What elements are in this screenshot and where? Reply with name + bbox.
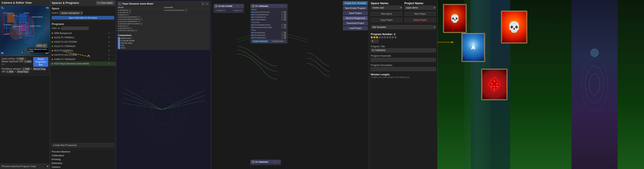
connection-checkbox-model-view[interactable] (118, 37, 120, 39)
camera-section[interactable]: Camera (50, 165, 116, 169)
load-project-btn[interactable]: Load Project (343, 26, 368, 30)
field-btn[interactable]: ✎ (127, 14, 129, 16)
program-edit-btn[interactable]: ✎ (108, 62, 110, 65)
node-copy-btn[interactable]: ⧉ (274, 161, 276, 163)
program-menu-btn[interactable]: ⋯ (111, 36, 114, 39)
field-btn[interactable]: ✎ (138, 20, 140, 23)
connection-model-view[interactable]: Model-View ⧉ (118, 37, 209, 39)
program-node-p2-ice-storm[interactable]: 2 P2 ICE STORM ⧉ ✕ Collapse All Expand A… (214, 4, 244, 13)
printing-section[interactable]: Printing (50, 158, 116, 161)
program-menu-btn[interactable]: ⋯ (111, 62, 114, 65)
field-btn[interactable]: ✎ (130, 27, 132, 30)
list-item[interactable]: #858 Background ✎ ⋯ (50, 31, 116, 35)
program-edit-btn[interactable]: ✎ (108, 49, 110, 52)
field-btn[interactable]: ✎ (129, 9, 131, 12)
field-menu-btn[interactable]: ▣ (284, 14, 286, 16)
connection-controller-model[interactable]: Controller-Model (118, 40, 209, 42)
edit-templates-dropdown[interactable]: Edit Templates (371, 25, 436, 29)
field-btn[interactable]: ✎ (129, 12, 131, 14)
connection-link[interactable]: Link (118, 44, 209, 46)
field-edit-btn[interactable]: ✎ (281, 34, 284, 36)
connection-checkbox-derived-value[interactable] (118, 42, 120, 44)
node-close-btn[interactable]: ✕ (284, 5, 286, 7)
new-empty-program-btn[interactable]: New Empty Program (343, 6, 368, 10)
create-new-program-btn[interactable]: Create New Program(s) (52, 143, 114, 147)
field-edit-btn[interactable]: ✎ (281, 18, 284, 21)
save-project-btn[interactable]: Save Project (343, 11, 368, 15)
program-menu-btn[interactable]: ⋯ (111, 40, 114, 44)
connection-checkbox-link[interactable] (118, 44, 120, 46)
field-menu-btn[interactable]: ▣ (284, 24, 286, 26)
program-node-p2-tornado[interactable]: 6 P2 TORNADO ⧉ ✕ (250, 160, 281, 165)
program-edit-btn[interactable]: ✎ (108, 54, 110, 56)
new-project-btn[interactable]: New Project (404, 12, 436, 16)
filter-input[interactable] (61, 27, 89, 30)
collapse-all-btn[interactable]: Collapse All (215, 9, 226, 12)
list-item[interactable]: #1015 P1 FIREBALL ✎ ⋯ (50, 35, 116, 40)
close-sidebar-btn[interactable]: ≡ ≡ Close Sidebar (96, 1, 114, 5)
list-item[interactable]: #1079 P2 ICE STORM ✎ ⋯ (50, 53, 116, 57)
field-edit-btn[interactable]: ✎ (281, 32, 284, 34)
program-title-input[interactable] (371, 48, 436, 52)
program-menu-btn[interactable]: ⋯ (111, 32, 114, 35)
download-project-btn[interactable]: Download Project (343, 21, 368, 25)
new-space-btn[interactable]: New Space (371, 12, 402, 16)
program-keywords-input[interactable] (371, 58, 436, 62)
field-btn[interactable]: ✎ (138, 16, 140, 18)
preview-bar[interactable]: Preview Selected Program Code ▾ (0, 164, 50, 169)
close-camera-btn[interactable]: ✕ (20, 51, 24, 54)
node-copy-btn[interactable]: ⧉ (280, 5, 283, 7)
copy-project-btn[interactable]: Copy Project (371, 18, 402, 22)
connection-array[interactable]: Array (118, 47, 209, 49)
program-canvas[interactable] (116, 50, 211, 169)
field-btn[interactable]: ✎ (140, 23, 143, 25)
program-description-input[interactable] (371, 67, 436, 71)
field-menu-btn[interactable]: ▣ (284, 34, 286, 36)
program-edit-btn[interactable]: ✎ (108, 36, 110, 39)
reset-projection-btn[interactable]: Reset Projection Box (33, 57, 48, 67)
preview-markers-section[interactable]: Preview Markers (50, 150, 116, 154)
expand-camera-btn[interactable]: ⛶ (26, 51, 30, 54)
field-edit-btn[interactable]: ✎ (281, 36, 284, 39)
field-btn[interactable]: ✎ (126, 25, 129, 27)
field-edit-btn[interactable]: ✎ (281, 24, 284, 26)
list-item[interactable]: #1015 P1 ICE STORM ✎ ⋯ (50, 40, 116, 44)
field-menu-btn[interactable]: ▣ (284, 32, 286, 34)
edit-badge-btn[interactable]: ✎ (43, 44, 46, 47)
field-edit-btn[interactable]: ✎ (281, 16, 284, 18)
delete-project-btn[interactable]: Delete Project (404, 18, 436, 22)
field-menu-btn[interactable]: ▣ (284, 16, 286, 18)
program-close-btn[interactable]: ✕ (205, 2, 209, 5)
connection-derived-value[interactable]: Derived Value (118, 42, 209, 44)
calibration-section[interactable]: Calibration (50, 154, 116, 158)
program-edit-btn[interactable]: ✎ (108, 32, 110, 35)
expand-all-btn[interactable]: Expand All (232, 9, 243, 12)
create-component-btn[interactable]: Create Component (252, 40, 268, 43)
detection-section[interactable]: Detection (50, 161, 116, 165)
field-menu-btn[interactable]: ▣ (284, 36, 286, 39)
create-from-template-btn[interactable]: Create from Template (343, 1, 368, 5)
list-item[interactable]: #1893 P2 TORNADO ✎ ⋯ (50, 57, 116, 62)
program-menu-btn[interactable]: ⋯ (111, 58, 114, 61)
program-number-input[interactable] (371, 39, 378, 43)
project-name-dropdown[interactable]: paper-eleme (404, 6, 436, 10)
field-edit-btn[interactable]: ✎ (281, 14, 284, 16)
node-close-btn[interactable]: ✕ (277, 161, 280, 163)
field-edit-btn[interactable]: ✎ (281, 26, 284, 28)
space-dropdown[interactable]: creator-card-games (59, 11, 83, 15)
node-copy-btn[interactable]: ⧉ (237, 5, 239, 7)
field-btn[interactable]: ✎ (185, 9, 187, 12)
program-edit-btn[interactable]: ✎ (108, 45, 110, 48)
list-item[interactable]: #572 P2 FIREBALL ✎ ⋯ (50, 48, 116, 53)
program-edit-btn[interactable]: ✎ (108, 40, 110, 44)
program-copy-btn[interactable]: ⧉ (201, 2, 204, 6)
send-to-playground-btn[interactable]: Send to Playground (343, 16, 368, 20)
connection-checkbox-array[interactable] (118, 47, 120, 49)
field-menu-btn[interactable]: ▣ (284, 11, 286, 13)
field-menu-btn[interactable]: ▣ (284, 18, 286, 21)
open-code-editor-btn[interactable]: Open Code Editor for this Space (52, 16, 114, 20)
node-close-btn[interactable]: ✕ (240, 5, 243, 7)
program-node-p1-tornado[interactable]: 3 P1 TORNADO ⧉ ✕ Model isActiveCardP1Tor… (250, 4, 288, 44)
space-name-dropdown[interactable]: creator-card (371, 6, 402, 10)
program-menu-btn[interactable]: ⋯ (111, 49, 114, 52)
